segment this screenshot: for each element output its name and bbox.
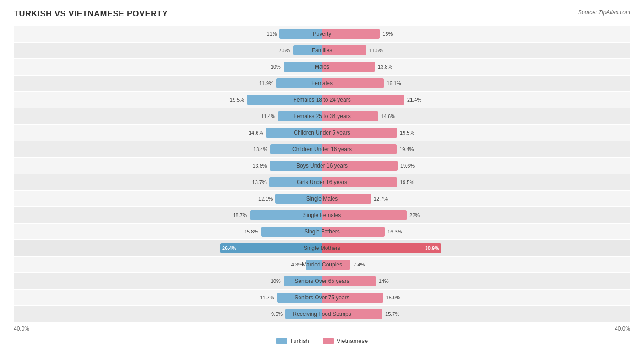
- bar-left-container: 12.1%: [14, 191, 322, 206]
- turkish-value: 11.9%: [259, 81, 273, 86]
- chart-row: 10% Seniors Over 65 years 14%: [14, 273, 630, 289]
- vietnamese-value: 15%: [382, 31, 393, 37]
- axis-left-label: 40.0%: [14, 325, 29, 332]
- bar-right-container: 12.7%: [322, 191, 630, 206]
- bar-right-container: 16.3%: [322, 224, 630, 239]
- chart-row: 14.6% Children Under 5 years 19.5%: [14, 125, 630, 141]
- vietnamese-value: 15.9%: [386, 295, 400, 300]
- vietnamese-legend-color: [323, 338, 334, 344]
- turkish-value: 15.8%: [244, 229, 258, 234]
- row-label: Married Couples: [302, 261, 342, 268]
- row-label: Females 25 to 34 years: [293, 113, 350, 119]
- turkish-value: 7.5%: [279, 48, 290, 53]
- row-label: Seniors Over 65 years: [295, 278, 349, 284]
- vietnamese-value: 15.7%: [385, 311, 399, 317]
- bar-right-container: 30.9% 30.9%: [322, 240, 630, 256]
- chart-row: 9.5% Receiving Food Stamps 15.7%: [14, 306, 630, 322]
- row-label: Children Under 16 years: [292, 146, 352, 152]
- turkish-value: 10%: [271, 64, 281, 70]
- vietnamese-value: 13.8%: [378, 64, 392, 70]
- turkish-value: 4.3%: [291, 262, 303, 267]
- legend-item-vietnamese: Vietnamese: [323, 337, 368, 344]
- axis-right-label: 40.0%: [615, 325, 630, 332]
- chart-row: 12.1% Single Males 12.7%: [14, 191, 630, 206]
- vietnamese-value: 19.5%: [400, 179, 414, 185]
- row-label: Children Under 5 years: [294, 130, 350, 136]
- bar-right-container: 16.1%: [322, 76, 630, 91]
- bar-left-container: 11.9%: [14, 76, 322, 91]
- highlighted-vietnamese-val: 30.9%: [425, 245, 439, 251]
- bar-left-container: 18.7%: [14, 207, 322, 223]
- chart-row: 10% Males 13.8%: [14, 59, 630, 75]
- bar-left-container: 11%: [14, 26, 322, 42]
- row-label: Poverty: [313, 31, 332, 37]
- turkish-value: 13.4%: [253, 146, 267, 152]
- chart-row: 13.4% Children Under 16 years 19.4%: [14, 141, 630, 157]
- vietnamese-value: 19.6%: [400, 163, 415, 168]
- vietnamese-value: 14%: [379, 278, 389, 284]
- vietnamese-value: 14.6%: [381, 114, 395, 119]
- chart-header: TURKISH VS VIETNAMESE POVERTY Source: Zi…: [14, 9, 630, 19]
- bar-right-container: 22%: [322, 207, 630, 223]
- chart-row: 7.5% Families 11.5%: [14, 43, 630, 58]
- rows-wrapper: 11% Poverty 15% 7.5% Famil: [14, 26, 630, 322]
- row-label: Single Males: [306, 195, 338, 202]
- bar-right-container: 19.6%: [322, 158, 630, 174]
- bar-left-container: 9.5%: [14, 306, 322, 322]
- bar-right-container: 7.4%: [322, 257, 630, 272]
- bar-vietnamese: [322, 62, 375, 72]
- bar-left-container: 11.7%: [14, 290, 322, 305]
- turkish-value: 10%: [271, 278, 281, 284]
- turkish-value: 14.6%: [249, 130, 263, 136]
- row-label: Females: [311, 80, 333, 87]
- turkish-value: 11%: [267, 31, 277, 37]
- bar-left-container: 14.6%: [14, 125, 322, 141]
- vietnamese-legend-label: Vietnamese: [337, 337, 368, 344]
- chart-row: 11.7% Seniors Over 75 years 15.9%: [14, 290, 630, 305]
- bar-right-container: 19.5%: [322, 125, 630, 141]
- turkish-value: 19.5%: [230, 97, 244, 103]
- bar-right-container: 13.8%: [322, 59, 630, 75]
- turkish-value: 11.7%: [260, 295, 274, 300]
- bar-left-container: 15.8%: [14, 224, 322, 239]
- bar-right-container: 19.4%: [322, 141, 630, 157]
- turkish-value: 9.5%: [271, 311, 283, 317]
- bar-left-container: 10%: [14, 273, 322, 289]
- bar-left-container: 13.4%: [14, 141, 322, 157]
- turkish-value: 11.4%: [261, 114, 275, 119]
- row-label: Families: [312, 47, 333, 54]
- chart-row: 11.4% Females 25 to 34 years 14.6%: [14, 108, 630, 124]
- chart-source: Source: ZipAtlas.com: [578, 9, 630, 16]
- bar-right-container: 14.6%: [322, 108, 630, 124]
- chart-row: 4.3% Married Couples 7.4%: [14, 257, 630, 272]
- vietnamese-value: 11.5%: [369, 48, 383, 53]
- vietnamese-value: 19.5%: [400, 130, 414, 136]
- vietnamese-value: 22%: [409, 212, 420, 218]
- row-label: Males: [315, 64, 329, 70]
- turkish-value: 13.6%: [252, 163, 267, 168]
- bar-right-container: 11.5%: [322, 43, 630, 58]
- chart-container: TURKISH VS VIETNAMESE POVERTY Source: Zi…: [0, 0, 644, 347]
- bar-left-container: 4.3%: [14, 257, 322, 272]
- row-label: Seniors Over 75 years: [295, 294, 349, 301]
- bar-left-container: 13.7%: [14, 174, 322, 190]
- chart-row: 26.4% 26.4% Single Mothers 30.9% 30.9%: [14, 240, 630, 256]
- chart-row: 11.9% Females 16.1%: [14, 76, 630, 91]
- legend-item-turkish: Turkish: [276, 337, 309, 344]
- bar-right-container: 14%: [322, 273, 630, 289]
- row-label: Boys Under 16 years: [296, 163, 348, 169]
- bar-right-container: 15.9%: [322, 290, 630, 305]
- highlighted-turkish-val: 26.4%: [222, 245, 236, 251]
- turkish-value: 12.1%: [258, 196, 273, 201]
- row-label: Single Mothers: [304, 245, 340, 251]
- vietnamese-value: 12.7%: [374, 196, 388, 201]
- bar-right-container: 15%: [322, 26, 630, 42]
- turkish-legend-label: Turkish: [290, 337, 309, 344]
- chart-row: 19.5% Females 18 to 24 years 21.4%: [14, 92, 630, 108]
- bar-left-container: 13.6%: [14, 158, 322, 174]
- vietnamese-value: 21.4%: [407, 97, 421, 103]
- turkish-value: 18.7%: [233, 212, 247, 218]
- row-label: Receiving Food Stamps: [293, 311, 351, 317]
- chart-row: 13.7% Girls Under 16 years 19.5%: [14, 174, 630, 190]
- vietnamese-value: 7.4%: [353, 262, 365, 267]
